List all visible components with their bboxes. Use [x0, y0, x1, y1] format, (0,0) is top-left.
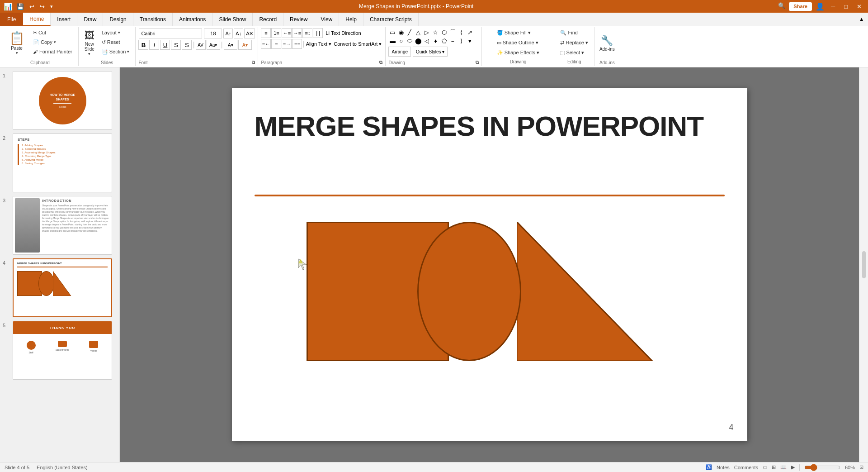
slide-thumb-1[interactable]: 1 HOW TO MERGE SHAPES Select [3, 71, 117, 130]
section-button[interactable]: 📑 Section ▾ [99, 47, 133, 56]
arrange-button[interactable]: Arrange [388, 47, 411, 57]
find-button[interactable]: 🔍 Find [557, 28, 580, 37]
shape-icon-13[interactable]: ⬭ [406, 37, 414, 45]
clear-formatting-button[interactable]: A✕ [244, 29, 255, 38]
layout-button[interactable]: Layout ▾ [99, 28, 133, 37]
increase-indent-button[interactable]: →≡ [292, 28, 302, 38]
shape-icon-16[interactable]: ♦ [431, 37, 439, 45]
decrease-font-size-button[interactable]: A↓ [234, 29, 243, 38]
new-slide-button[interactable]: 🖼 New Slide ▾ [81, 28, 98, 58]
new-slide-dropdown-icon[interactable]: ▾ [88, 52, 90, 56]
shape-icon-8[interactable]: ⌒ [448, 28, 457, 36]
copy-button[interactable]: 📄 Copy ▾ [30, 38, 75, 47]
tab-insert[interactable]: Insert [51, 13, 77, 26]
user-icon[interactable]: 👤 [816, 2, 825, 11]
addins-button[interactable]: 🔧 Add-ins [597, 28, 617, 58]
justify-button[interactable]: ≡≡ [292, 39, 302, 49]
shape-icon-18[interactable]: ⌣ [448, 37, 457, 45]
line-spacing-button[interactable]: ≡↕ [302, 28, 312, 38]
slide-canvas-area[interactable]: MERGE SHAPES IN POWERPOINT [120, 67, 859, 462]
paste-dropdown-icon[interactable]: ▾ [16, 51, 18, 55]
bold-button[interactable]: B [138, 40, 148, 50]
replace-button[interactable]: ⇄ Replace ▾ [557, 38, 591, 47]
tab-home[interactable]: Home [23, 13, 51, 26]
shape-icon-12[interactable]: ○ [397, 37, 405, 45]
slide-sorter-icon[interactable]: ⊞ [772, 464, 776, 470]
select-button[interactable]: ⬚ Select ▾ [557, 48, 587, 57]
shape-effects-button[interactable]: ✨ Shape Effects ▾ [494, 48, 542, 57]
comments-button[interactable]: Comments [734, 465, 758, 470]
normal-view-icon[interactable]: ▭ [763, 464, 767, 470]
tab-file[interactable]: File [0, 13, 23, 26]
shape-icon-11[interactable]: ▬ [388, 37, 396, 45]
shape-more-icon[interactable]: ▾ [466, 37, 474, 45]
text-direction-button[interactable]: Li Text Direction [323, 30, 363, 36]
cut-button[interactable]: ✂ Cut [30, 28, 75, 37]
numbered-list-button[interactable]: 1≡ [271, 28, 281, 38]
share-button[interactable]: Share [789, 2, 812, 11]
shape-icon-19[interactable]: ⟩ [457, 37, 465, 45]
reset-button[interactable]: ↺ Reset [99, 38, 133, 47]
shape-icon-9[interactable]: ⟨ [457, 28, 465, 36]
shape-icon-14[interactable]: ⬤ [414, 37, 422, 45]
shape-icon-7[interactable]: ⬡ [440, 28, 448, 36]
columns-button[interactable]: ||| [313, 28, 323, 38]
tab-slideshow[interactable]: Slide Show [212, 13, 253, 26]
triangle-shape[interactable] [517, 222, 659, 361]
slide-thumb-5[interactable]: 5 THANK YOU Staff appointments [3, 321, 117, 380]
align-center-button[interactable]: ≡ [271, 39, 281, 49]
tab-review[interactable]: Review [283, 13, 314, 26]
slide-thumbnail-3[interactable]: INTRODUCTION Shapes in your PowerPoint p… [13, 196, 112, 255]
shape-icon-3[interactable]: ╱ [406, 28, 414, 36]
slide-thumb-4[interactable]: 4 MERGE SHAPES IN POWERPOINT [3, 258, 117, 317]
maximize-button[interactable]: □ [841, 2, 850, 11]
tab-transitions[interactable]: Transitions [133, 13, 173, 26]
drawing-dialog-launcher[interactable]: ⧉ [476, 60, 479, 65]
shape-icon-1[interactable]: ▭ [388, 28, 396, 36]
notes-button[interactable]: Notes [717, 465, 730, 470]
strikethrough-button[interactable]: S [171, 40, 181, 50]
tab-design[interactable]: Design [103, 13, 133, 26]
align-right-button[interactable]: ≡→ [282, 39, 292, 49]
slide-thumb-3[interactable]: 3 INTRODUCTION Shapes in your PowerPoint… [3, 196, 117, 255]
slide-thumbnail-2[interactable]: STEPS 1. Adding Shapes 2. Selecting Shap… [13, 133, 112, 192]
paragraph-dialog-launcher[interactable]: ⧉ [379, 60, 382, 65]
slide-thumbnail-5[interactable]: THANK YOU Staff appointments [13, 321, 112, 380]
right-scroll-panel[interactable] [859, 67, 868, 462]
shape-icon-10[interactable]: ↗ [466, 28, 474, 36]
slide-thumbnail-1[interactable]: HOW TO MERGE SHAPES Select [13, 71, 112, 130]
shape-icon-6[interactable]: ☆ [431, 28, 439, 36]
copy-dropdown-icon[interactable]: ▾ [54, 40, 56, 44]
increase-font-size-button[interactable]: A↑ [223, 29, 233, 38]
paste-button[interactable]: 📋 Paste ▾ [5, 28, 29, 58]
circle-shape[interactable] [417, 222, 521, 361]
presenter-view-icon[interactable]: ▶ [791, 464, 795, 470]
tab-draw[interactable]: Draw [77, 13, 103, 26]
align-left-button[interactable]: ≡← [261, 39, 271, 49]
slide-thumb-2[interactable]: 2 STEPS 1. Adding Shapes 2. Selecting Sh… [3, 133, 117, 192]
tab-record[interactable]: Record [253, 13, 283, 26]
tab-animations[interactable]: Animations [173, 13, 212, 26]
char-spacing-button[interactable]: AV [196, 40, 206, 50]
close-button[interactable]: ✕ [854, 2, 864, 11]
quick-customize[interactable]: ▾ [49, 4, 54, 10]
bullet-list-button[interactable]: ≡ [261, 28, 271, 38]
quick-save[interactable]: 💾 [15, 3, 25, 10]
shape-icon-17[interactable]: ⬠ [440, 37, 448, 45]
shape-outline-button[interactable]: ▭ Shape Outline ▾ [494, 38, 542, 47]
minimize-button[interactable]: ─ [828, 2, 838, 11]
italic-button[interactable]: I [149, 40, 159, 50]
shape-icon-5[interactable]: ▷ [423, 28, 431, 36]
accessibility-icon[interactable]: ♿ [706, 464, 712, 470]
shape-icon-4[interactable]: △ [414, 28, 422, 36]
layout-dropdown-icon[interactable]: ▾ [118, 30, 120, 35]
change-case-button[interactable]: Aa▾ [207, 40, 220, 50]
shape-fill-button[interactable]: 🪣 Shape Fill ▾ [494, 28, 534, 37]
font-name-input[interactable] [139, 29, 202, 38]
tab-help[interactable]: Help [339, 13, 363, 26]
quick-redo[interactable]: ↪ [38, 3, 46, 10]
section-dropdown-icon[interactable]: ▾ [127, 49, 129, 54]
tab-character-scripts[interactable]: Character Scripts [363, 13, 419, 26]
shape-icon-15[interactable]: ◁ [423, 37, 431, 45]
font-color-highlight-button[interactable]: A▾ [224, 40, 237, 50]
